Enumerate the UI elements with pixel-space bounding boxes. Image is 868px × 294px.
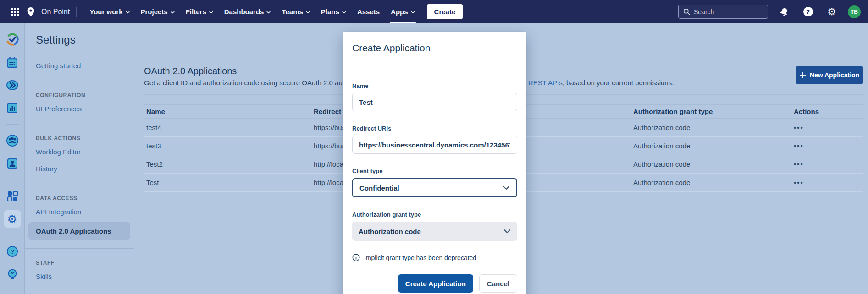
help-icon[interactable]: ? (800, 4, 816, 20)
sidebar-item-worklog-editor[interactable]: Worklog Editor (25, 143, 134, 160)
rail-divider (6, 124, 19, 125)
nav-item-apps[interactable]: Apps (385, 0, 420, 23)
section-description-right: REST APIs, based on your current permiss… (528, 79, 674, 87)
dialog-divider (352, 64, 517, 64)
redirect-uris-input[interactable] (352, 136, 517, 154)
nav-item-label: Your work (89, 8, 122, 16)
new-application-button[interactable]: New Application (796, 66, 863, 84)
dialog-footer: Create Application Cancel (352, 274, 517, 293)
row-actions-menu-icon[interactable]: ••• (794, 179, 804, 186)
person-card-icon[interactable] (4, 155, 21, 172)
sidebar-group: DATA ACCESSAPI IntegrationOAuth 2.0 Appl… (25, 184, 134, 248)
create-button[interactable]: Create (427, 4, 463, 19)
create-application-submit-button[interactable]: Create Application (398, 274, 473, 293)
gear-icon[interactable]: ⚙ (4, 210, 21, 228)
cell-name: test3 (144, 137, 311, 155)
cancel-button[interactable]: Cancel (479, 274, 517, 293)
sidebar-group: CONFIGURATIONUI Preferences (25, 81, 134, 124)
app-switcher-icon[interactable] (7, 4, 23, 20)
user-avatar[interactable]: TB (848, 5, 861, 18)
calendar-icon[interactable] (4, 54, 21, 71)
row-actions-menu-icon[interactable]: ••• (794, 142, 804, 150)
cell-name: Test2 (144, 155, 311, 174)
column-grant-type: Authorization grant type (631, 105, 791, 119)
location-pin-icon[interactable] (23, 4, 39, 20)
notifications-bell-icon[interactable] (776, 4, 792, 20)
nav-item-label: Projects (141, 8, 168, 16)
sidebar-item-ui-preferences[interactable]: UI Preferences (25, 100, 134, 117)
sidebar-groups: Getting startedCONFIGURATIONUI Preferenc… (25, 53, 134, 294)
client-type-value: Confidential (359, 184, 399, 192)
chevron-down-icon (503, 229, 511, 234)
sidebar-section-label: STAFF (25, 253, 134, 268)
cell-actions: ••• (791, 119, 863, 137)
double-chevron-icon[interactable] (4, 76, 21, 94)
description-text: Get a client ID and authorization code u… (144, 79, 344, 87)
cell-grant-type: Authorization code (631, 137, 791, 155)
nav-separator (76, 7, 77, 17)
chevron-down-icon (209, 11, 213, 14)
rest-apis-link[interactable]: REST APIs (528, 79, 563, 87)
sidebar-group: BULK ACTIONSWorklog EditorHistory (25, 124, 134, 184)
client-type-select[interactable]: Confidential (352, 178, 517, 197)
bar-chart-glyph (6, 102, 18, 114)
sidebar-item-skills[interactable]: Skills (25, 268, 134, 285)
chevron-down-icon (171, 11, 175, 14)
column-actions: Actions (791, 105, 863, 119)
bar-chart-icon[interactable] (4, 99, 21, 117)
nav-item-assets[interactable]: Assets (352, 0, 385, 23)
settings-gear-icon[interactable]: ⚙ (824, 4, 840, 20)
search-input[interactable] (694, 8, 758, 16)
group-icon[interactable] (4, 132, 21, 149)
sidebar-item-history[interactable]: History (25, 160, 134, 177)
nav-item-teams[interactable]: Teams (276, 0, 315, 23)
question-icon[interactable]: ? (4, 243, 21, 260)
sidebar-section-label: CONFIGURATION (25, 86, 134, 100)
cell-actions: ••• (791, 174, 863, 192)
name-input[interactable] (352, 93, 517, 111)
question-glyph: ? (6, 245, 18, 257)
sidebar-item-getting-started[interactable]: Getting started (25, 57, 134, 74)
nav-item-label: Teams (282, 8, 303, 16)
row-actions-menu-icon[interactable]: ••• (794, 160, 804, 168)
cell-name: Test (144, 174, 311, 192)
nav-item-label: Filters (186, 8, 206, 16)
client-type-label: Client type (352, 168, 517, 174)
column-name: Name (144, 105, 311, 119)
calendar-glyph (6, 56, 18, 69)
nav-item-your-work[interactable]: Your work (84, 0, 135, 23)
nav-item-label: Assets (357, 8, 380, 16)
row-actions-menu-icon[interactable]: ••• (794, 124, 804, 131)
bell-glyph (780, 7, 789, 16)
grid-dots-icon (11, 8, 19, 16)
nav-item-plans[interactable]: Plans (315, 0, 352, 23)
nav-item-projects[interactable]: Projects (135, 0, 180, 23)
grant-type-select[interactable]: Authorization code (352, 222, 517, 241)
chevron-down-icon (411, 11, 415, 14)
sidebar-group: STAFFSkills (25, 248, 134, 291)
nav-item-dashboards[interactable]: Dashboards (219, 0, 276, 23)
nav-item-filters[interactable]: Filters (180, 0, 219, 23)
lightbulb-glyph (6, 268, 18, 280)
question-mark-glyph: ? (803, 7, 813, 16)
lightbulb-icon[interactable] (4, 266, 21, 283)
sidebar-item-api-integration[interactable]: API Integration (25, 203, 134, 220)
section-description-left: Get a client ID and authorization code u… (144, 79, 344, 87)
sidebar-section-label: BULK ACTIONS (25, 129, 134, 143)
nav-item-label: Dashboards (224, 8, 264, 16)
dialog-title: Create Application (352, 43, 517, 54)
search-box[interactable] (678, 5, 768, 19)
on-point-logo[interactable] (4, 31, 21, 48)
name-label: Name (352, 82, 517, 89)
chevron-down-icon (503, 185, 510, 190)
sidebar-item-oauth-2-0-applications[interactable]: OAuth 2.0 Applications (28, 222, 130, 240)
cell-name: test4 (144, 119, 311, 137)
rail-divider (6, 180, 19, 180)
settings-sidebar: Settings Getting startedCONFIGURATIONUI … (25, 23, 134, 294)
description-tail: , based on your current permissions. (563, 79, 674, 87)
sidebar-section-label: DATA ACCESS (25, 189, 134, 203)
product-name: On Point (41, 8, 70, 16)
chevron-down-icon (306, 11, 310, 14)
grid-squares-icon[interactable] (4, 187, 21, 205)
chevron-down-icon (266, 11, 271, 14)
